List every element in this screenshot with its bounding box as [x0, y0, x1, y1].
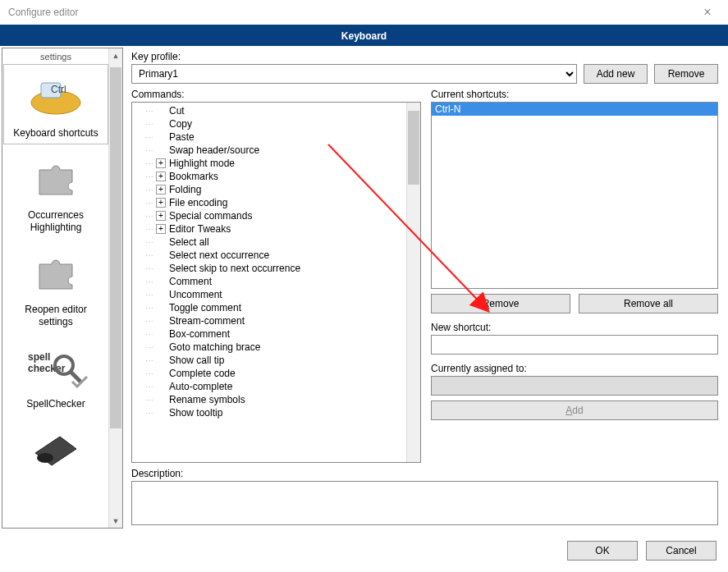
tree-row-label: Goto matching brace	[169, 341, 260, 353]
expand-icon[interactable]: +	[156, 172, 166, 181]
main-panel: Key profile: Primary1 Add new Remove Com…	[123, 48, 726, 529]
tree-row[interactable]: ⋯Swap header/source	[132, 144, 406, 157]
commands-section: Commands: ⋯Cut⋯Copy⋯Paste⋯Swap header/so…	[131, 89, 421, 463]
svg-text:spell: spell	[28, 351, 50, 363]
commands-tree[interactable]: ⋯Cut⋯Copy⋯Paste⋯Swap header/source⋯+High…	[132, 103, 406, 462]
remove-profile-button[interactable]: Remove	[654, 64, 718, 84]
scroll-up-icon[interactable]: ▲	[109, 48, 122, 62]
new-shortcut-label: New shortcut:	[431, 322, 718, 333]
sidebar-scrollbar[interactable]: ▲ ▼	[108, 48, 122, 528]
tree-row-label: Select skip to next occurrence	[169, 263, 300, 274]
key-profile-label: Key profile:	[131, 51, 718, 62]
tree-row-label: Auto-complete	[169, 381, 232, 392]
remove-shortcut-button[interactable]: Remove	[431, 294, 570, 313]
assigned-to-box	[431, 376, 718, 396]
tree-row-label: Uncomment	[169, 289, 222, 300]
sidebar: settings Ctrl Keyboard shortcuts Occurre…	[2, 48, 123, 529]
expand-icon[interactable]: +	[156, 211, 166, 221]
tree-row[interactable]: ⋯Box-comment	[132, 327, 406, 341]
tree-row[interactable]: ⋯+Bookmarks	[132, 170, 406, 183]
tree-row[interactable]: ⋯+File encoding	[132, 196, 406, 209]
list-item[interactable]: Ctrl-N	[432, 103, 717, 116]
tree-row-label: Special commands	[169, 210, 252, 222]
tree-row-label: Paste	[169, 131, 195, 143]
tree-row[interactable]: ⋯Show call tip	[132, 354, 406, 367]
description-box	[131, 481, 718, 525]
add-shortcut-button[interactable]: Add	[431, 400, 718, 420]
tree-row-label: Rename symbols	[169, 394, 245, 405]
tree-row-label: Editor Tweaks	[169, 223, 231, 235]
content: settings Ctrl Keyboard shortcuts Occurre…	[0, 46, 728, 530]
close-icon[interactable]: ×	[695, 5, 720, 20]
banner-title: Keyboard	[341, 30, 387, 42]
sidebar-item-spellchecker[interactable]: spell checker SpellChecker	[4, 336, 108, 414]
tree-row[interactable]: ⋯Show tooltip	[132, 406, 406, 419]
tree-row-label: Swap header/source	[169, 144, 259, 156]
window-title: Configure editor	[8, 7, 695, 18]
sidebar-item-partial[interactable]	[4, 418, 108, 483]
tree-row-label: Show tooltip	[169, 407, 222, 419]
tree-row-label: Select next occurrence	[169, 249, 269, 261]
key-profile-section: Key profile: Primary1 Add new Remove	[131, 51, 718, 84]
svg-text:Ctrl: Ctrl	[51, 84, 66, 95]
tree-row-label: Folding	[169, 184, 201, 195]
tree-row[interactable]: ⋯Paste	[132, 130, 406, 144]
tree-row-label: Complete code	[169, 368, 236, 379]
tree-row[interactable]: ⋯Complete code	[132, 367, 406, 380]
tree-row[interactable]: ⋯Copy	[132, 117, 406, 130]
ok-button[interactable]: OK	[567, 541, 638, 561]
expand-icon[interactable]: +	[156, 224, 166, 234]
tree-row[interactable]: ⋯+Editor Tweaks	[132, 222, 406, 236]
tree-row[interactable]: ⋯+Highlight mode	[132, 157, 406, 170]
tree-row[interactable]: ⋯Toggle comment	[132, 301, 406, 314]
tree-row[interactable]: ⋯Select all	[132, 236, 406, 249]
titlebar: Configure editor ×	[0, 0, 728, 25]
sidebar-clipped-item: settings	[4, 52, 108, 62]
dialog-footer: OK Cancel	[0, 533, 728, 572]
description-section: Description:	[131, 468, 718, 525]
tree-row[interactable]: ⋯Auto-complete	[132, 380, 406, 393]
generic-icon	[16, 419, 95, 478]
add-new-profile-button[interactable]: Add new	[584, 64, 648, 84]
puzzle-icon	[16, 243, 95, 302]
cancel-button[interactable]: Cancel	[646, 541, 717, 561]
tree-row-label: Copy	[169, 118, 192, 130]
tree-row[interactable]: ⋯Select next occurrence	[132, 249, 406, 262]
scroll-down-icon[interactable]: ▼	[109, 514, 122, 528]
tree-row-label: Cut	[169, 105, 185, 117]
key-profile-select[interactable]: Primary1	[131, 64, 577, 84]
expand-icon[interactable]: +	[156, 185, 166, 194]
tree-row[interactable]: ⋯Rename symbols	[132, 393, 406, 406]
tree-row[interactable]: ⋯Goto matching brace	[132, 341, 406, 354]
tree-row[interactable]: ⋯+Folding	[132, 183, 406, 196]
tree-row-label: Toggle comment	[169, 302, 241, 313]
tree-row[interactable]: ⋯Uncomment	[132, 288, 406, 301]
current-shortcuts-list[interactable]: Ctrl-N	[431, 102, 718, 289]
expand-icon[interactable]: +	[156, 158, 166, 168]
tree-row[interactable]: ⋯Cut	[132, 104, 406, 117]
new-shortcut-input[interactable]	[431, 335, 718, 355]
shortcuts-section: Current shortcuts: Ctrl-N Remove Remove …	[431, 89, 718, 463]
tree-row-label: Stream-comment	[169, 315, 245, 327]
keyboard-icon: Ctrl	[16, 66, 95, 126]
tree-row[interactable]: ⋯Comment	[132, 275, 406, 288]
sidebar-item-keyboard-shortcuts[interactable]: Ctrl Keyboard shortcuts	[4, 65, 108, 144]
assigned-to-label: Currently assigned to:	[431, 363, 718, 374]
tree-row[interactable]: ⋯Stream-comment	[132, 314, 406, 327]
tree-row-label: Box-comment	[169, 328, 230, 340]
svg-point-7	[37, 453, 53, 463]
tree-row[interactable]: ⋯Select skip to next occurrence	[132, 262, 406, 275]
tree-row-label: Show call tip	[169, 355, 224, 366]
sidebar-item-occurrences-highlighting[interactable]: Occurrences Highlighting	[4, 147, 108, 238]
commands-scrollbar[interactable]	[406, 103, 420, 462]
sidebar-item-reopen-editor-settings[interactable]: Reopen editor settings	[4, 241, 108, 332]
remove-all-shortcuts-button[interactable]: Remove all	[579, 294, 718, 313]
puzzle-icon	[16, 149, 95, 208]
tree-row[interactable]: ⋯+Special commands	[132, 209, 406, 222]
expand-icon[interactable]: +	[156, 198, 166, 208]
sidebar-item-label: Occurrences Highlighting	[4, 209, 108, 233]
spellchecker-icon: spell checker	[16, 337, 95, 396]
tree-row-label: Bookmarks	[169, 171, 218, 182]
page-banner: Keyboard	[0, 25, 728, 46]
sidebar-item-label: Reopen editor settings	[4, 304, 108, 327]
